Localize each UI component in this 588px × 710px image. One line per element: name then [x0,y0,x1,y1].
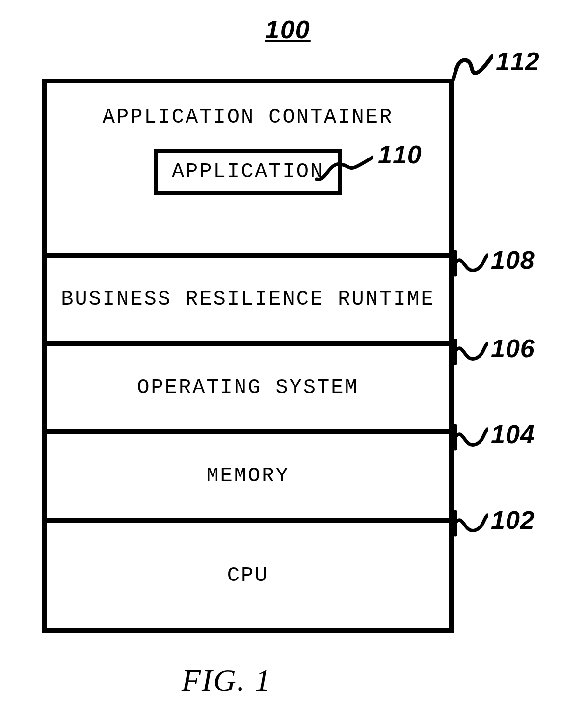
box-application-label: APPLICATION [172,160,324,184]
layer-os-label: OPERATING SYSTEM [137,376,358,399]
figure-reference-100: 100 [265,15,311,44]
leader-line-106 [454,339,488,366]
reference-label-110: 110 [378,140,422,169]
leader-line-108 [454,250,488,277]
leader-line-102 [454,510,488,537]
layer-mem-label: MEMORY [206,464,289,488]
reference-label-104: 104 [491,420,535,449]
layer-application-container-label: APPLICATION CONTAINER [103,105,393,129]
layer-cpu-label: CPU [227,564,269,587]
leader-line-112 [449,52,493,86]
layer-cpu: CPU [47,518,449,628]
layer-operating-system: OPERATING SYSTEM [47,341,449,429]
layer-brr-label: BUSINESS RESILIENCE RUNTIME [61,288,435,311]
reference-label-102: 102 [491,505,535,535]
leader-line-104 [454,424,488,451]
leader-line-110 [314,152,373,186]
layer-business-resilience-runtime: BUSINESS RESILIENCE RUNTIME [47,253,449,341]
figure-caption: FIG. 1 [182,662,271,699]
reference-label-112: 112 [496,47,540,76]
reference-label-108: 108 [491,245,535,275]
box-application: APPLICATION [154,149,342,195]
reference-label-106: 106 [491,334,535,363]
layer-memory: MEMORY [47,429,449,518]
